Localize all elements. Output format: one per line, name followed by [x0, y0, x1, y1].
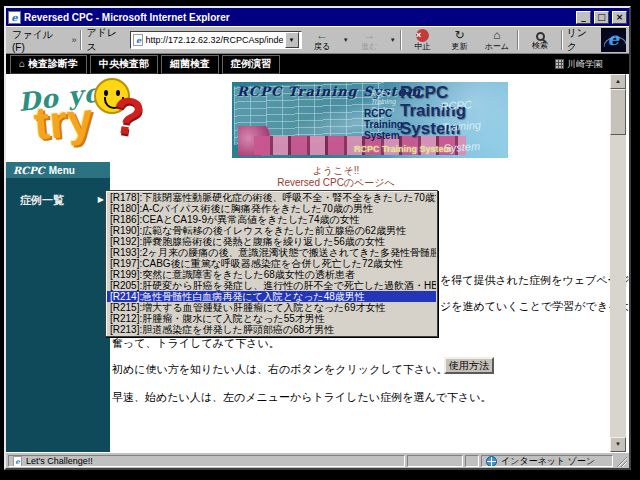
site-brand: 川崎学園	[555, 58, 603, 71]
scroll-down-icon[interactable]: ▼	[610, 437, 626, 452]
dropdown-item[interactable]: [R180]:A-Cバイパス術後に胸痛発作をきたした70歳の男性	[107, 203, 436, 214]
toolbar-separator	[400, 30, 402, 50]
search-button[interactable]: 検索	[523, 27, 556, 53]
stop-label: 中止	[414, 42, 430, 51]
dropdown-item[interactable]: [R214]:急性骨髄性白血病再発にて入院となった48歳男性	[107, 291, 436, 302]
paragraph-fragment: を得て提供された症例をウェブページ	[440, 273, 629, 288]
stop-icon: ×	[416, 29, 429, 42]
dropdown-item[interactable]: [R205]:肝硬変から肝癌を発症し、進行性の肝不全で死亡した過飲酒・HBsAg…	[107, 280, 436, 291]
submenu-arrow-icon: ▶	[98, 195, 104, 204]
banner-line: Training	[371, 98, 396, 106]
banner-line: Training	[364, 119, 403, 130]
paragraph-3: 早速、始めたい人は、左のメニューからトライしたい症例を選んで下さい。	[112, 390, 491, 405]
dropdown-item[interactable]: [R193]:2ヶ月来の腰痛の後、意識混濁状態で搬送されてきた多発性骨髄腫の50…	[107, 247, 436, 258]
dropdown-item[interactable]: [R199]:突然に意識障害をきたした68歳女性の透析患者	[107, 269, 436, 280]
scrollbar-thumb[interactable]	[610, 89, 626, 135]
banner-text-bottom: RCPC Training System	[354, 144, 452, 154]
dropdown-item[interactable]: [R178]:下肢閉塞性動脈硬化症の術後、呼吸不全・腎不全をきたした70歳女性	[107, 192, 436, 203]
status-message-panel: e Let's Challenge!!	[8, 455, 405, 467]
refresh-label: 更新	[452, 42, 468, 51]
banner-line: RCPC	[364, 108, 403, 119]
status-page-icon: e	[13, 456, 22, 467]
welcome-line2: Reversed CPCのページへ	[176, 177, 496, 189]
sidebar-item-case-list[interactable]: 症例一覧 ▶	[6, 193, 110, 207]
file-menu[interactable]: ファイル(F)	[9, 27, 67, 54]
site-navbar: ⌂ 検査診断学 中央検査部 細菌検査 症例演習 川崎学園	[6, 54, 629, 74]
ie-page-icon: e	[8, 11, 21, 24]
scroll-up-icon[interactable]: ▲	[610, 74, 626, 89]
sidebar-brand: RCPC	[13, 165, 45, 176]
back-icon: ←	[316, 29, 328, 42]
search-icon	[536, 32, 545, 41]
home-tab-icon: ⌂	[19, 58, 25, 69]
paragraph-2: 初めに使い方を知りたい人は、右のボタンをクリックして下さい。	[112, 362, 447, 377]
address-label: アドレス	[86, 26, 126, 54]
case-dropdown-menu: [R178]:下肢閉塞性動脈硬化症の術後、呼吸不全・腎不全をきたした70歳女性[…	[105, 190, 438, 337]
dropdown-item[interactable]: [R215]:増大する血管腫疑い肝腫瘤にて入院となった69才女性	[107, 302, 436, 313]
forward-icon: →	[363, 29, 375, 42]
window-title: Reversed CPC - Microsoft Internet Explor…	[24, 12, 573, 23]
usage-button[interactable]: 使用方法	[444, 357, 494, 374]
welcome-line1: ようこそ!!	[176, 165, 496, 177]
toolbar: ファイル(F) » アドレス e ▼ ← 戻る ▼ → 進む ▼ × 中止	[6, 26, 629, 54]
tab-shoreienshu[interactable]: 症例演習	[222, 55, 280, 74]
resize-grip[interactable]	[615, 455, 627, 467]
desktop: e Reversed CPC - Microsoft Internet Expl…	[0, 0, 640, 480]
zone-label: インターネット ゾーン	[501, 455, 595, 467]
status-panel	[465, 455, 479, 467]
home-button[interactable]: ⌂ ホーム	[480, 27, 513, 53]
refresh-icon: ↻	[455, 29, 465, 42]
paragraph-1: 奮って、トライしてみて下さい。	[112, 336, 280, 351]
vertical-scrollbar[interactable]: ▲ ▼	[610, 74, 626, 452]
tab-label: 細菌検査	[170, 57, 210, 71]
sidebar-menu-title: Menu	[49, 165, 75, 176]
chevron-icon[interactable]: »	[71, 35, 76, 45]
back-label: 戻る	[314, 42, 330, 51]
banner-line: Training	[441, 115, 481, 139]
paragraph-fragment: ジを進めていくことで学習ができるよう	[440, 299, 629, 314]
forward-label: 進む	[361, 42, 377, 51]
browser-window: e Reversed CPC - Microsoft Internet Expl…	[4, 6, 631, 470]
stop-button[interactable]: × 中止	[406, 27, 439, 53]
back-dropdown-icon[interactable]: ▼	[343, 37, 349, 43]
sidebar-header: RCPC Menu	[6, 162, 110, 178]
toolbar-separator	[517, 30, 519, 50]
close-button[interactable]: ×	[612, 11, 627, 24]
home-icon: ⌂	[493, 29, 500, 42]
rcpc-menu-sidebar: RCPC Menu 症例一覧 ▶	[6, 162, 110, 452]
dropdown-item[interactable]: [R212]:肝腫瘤・腹水にて入院となった55才男性	[107, 313, 436, 324]
dropdown-item[interactable]: [R190]:広範な骨転移の後イレウスをきたした前立腺癌の62歳男性	[107, 225, 436, 236]
forward-dropdown-icon[interactable]: ▼	[390, 37, 396, 43]
tab-label: 中央検査部	[99, 57, 149, 71]
tab-kensashindangaku[interactable]: ⌂ 検査診断学	[10, 55, 87, 74]
dropdown-item[interactable]: [R213]:胆道感染症を併発した膵頭部癌の68才男性	[107, 324, 436, 335]
statusbar: e Let's Challenge!! インターネット ゾーン	[6, 452, 629, 468]
banner-line: RCPC	[371, 90, 396, 98]
titlebar: e Reversed CPC - Microsoft Internet Expl…	[6, 8, 629, 26]
toolbar-separator	[80, 30, 82, 50]
dropdown-item[interactable]: [R197]:CABG後に重篤な呼吸器感染症を合併し死亡した72歳女性	[107, 258, 436, 269]
minimize-button[interactable]: _	[576, 11, 591, 24]
maximize-button[interactable]: □	[594, 11, 609, 24]
links-label[interactable]: リンク	[567, 26, 597, 54]
home-label: ホーム	[485, 42, 509, 51]
sidebar-item-label: 症例一覧	[20, 193, 64, 208]
banner-line: RCPC	[440, 94, 480, 118]
address-input[interactable]	[145, 35, 282, 45]
tab-chuokensabu[interactable]: 中央検査部	[90, 55, 158, 74]
back-button[interactable]: ← 戻る	[306, 27, 339, 53]
tab-saikinkensa[interactable]: 細菌検査	[161, 55, 219, 74]
address-bar: e ▼	[130, 31, 301, 49]
refresh-button[interactable]: ↻ 更新	[443, 27, 476, 53]
dropdown-item[interactable]: [R186]:CEAとCA19-9が異常高値をきたした74歳の女性	[107, 214, 436, 225]
forward-button[interactable]: → 進む	[353, 27, 386, 53]
dropdown-item[interactable]: [R192]:膵嚢胞腺癌術後に発熱と腹痛を繰り返した56歳の女性	[107, 236, 436, 247]
ie-logo-icon: e	[601, 28, 626, 52]
banner-text-mid: RCPC Training System	[364, 108, 403, 141]
address-dropdown-button[interactable]: ▼	[285, 32, 299, 48]
rcpc-banner-image: RCPC Training System RCPC Training Syste…	[232, 82, 508, 158]
banner-line: System	[364, 130, 403, 141]
tab-label: 検査診断学	[28, 57, 78, 71]
logo-try: try	[32, 92, 95, 151]
status-message: Let's Challenge!!	[26, 456, 93, 466]
